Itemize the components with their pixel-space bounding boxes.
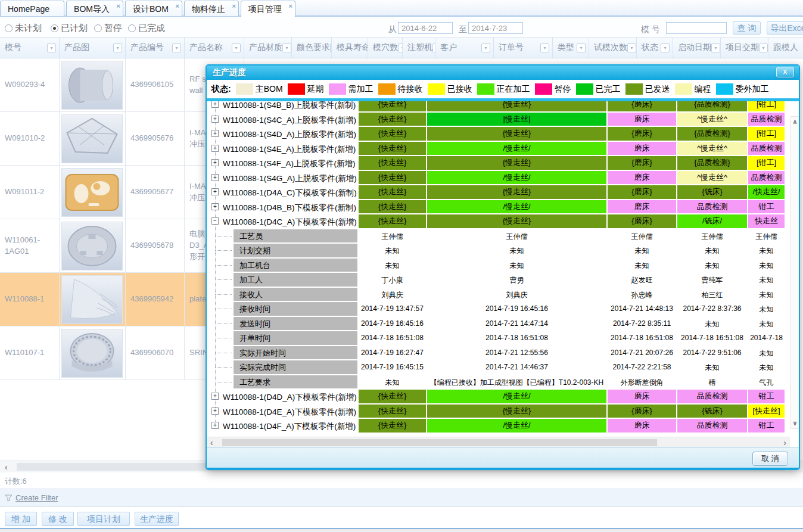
process-tree-row[interactable]: +W110088-1(S4C_A)上脱板零件(新增){快走丝}|慢走丝|磨床^慢…	[207, 113, 799, 127]
radio-暂停[interactable]: 暂停	[94, 23, 122, 34]
column-header-项目交期[interactable]: 项目交期▾	[721, 38, 768, 58]
process-tree-row[interactable]: +W110088-1(D4E_A)下模板零件(新增){快走丝}{慢走丝}{磨床}…	[207, 405, 799, 419]
process-tree-row[interactable]: +W110088-1(D4F_A)下模板零件(新增){快走丝}/慢走丝/磨床品质…	[207, 419, 799, 434]
add-button[interactable]: 增 加	[5, 512, 37, 526]
filter-dropdown-icon[interactable]: ▾	[759, 43, 768, 52]
expand-icon[interactable]: +	[211, 407, 219, 415]
process-status-cell: ^慢走丝^	[677, 113, 747, 126]
tab-项目管理[interactable]: 项目管理×	[241, 1, 295, 17]
tree-connector	[207, 346, 234, 361]
process-tree-row[interactable]: +W110088-1(S4B_B)上脱板零件(新制){快走丝}{慢走丝}{磨床}…	[207, 101, 799, 113]
column-header-颜色要求[interactable]: 颜色要求▾	[292, 38, 332, 58]
expand-icon[interactable]: +	[211, 159, 219, 166]
filter-dropdown-icon[interactable]: ▾	[577, 43, 586, 52]
column-header-产品编号[interactable]: 产品编号▾	[126, 38, 185, 58]
expand-icon[interactable]: +	[211, 188, 219, 195]
radio-dot-icon[interactable]	[94, 24, 102, 32]
process-tree-row[interactable]: +W110088-1(D4D_A)下模板零件(新增){快走丝}/慢走丝/磨床品质…	[207, 390, 799, 405]
date-to-input[interactable]	[468, 22, 523, 34]
process-tree-row[interactable]: +W110088-1(S4E_A)上脱板零件(新增){快走丝}/慢走丝/磨床^慢…	[207, 142, 799, 157]
process-tree-row[interactable]: +W110088-1(S4F_A)上脱板零件(新增){快走丝}{慢走丝}{磨床}…	[207, 156, 799, 171]
expand-icon[interactable]: +	[211, 174, 219, 181]
project-plan-button[interactable]: 项目计划	[77, 512, 130, 526]
scroll-left-icon[interactable]: ‹	[5, 462, 8, 472]
scroll-right-icon[interactable]: ›	[783, 437, 786, 448]
tab-close-icon[interactable]: ×	[232, 2, 235, 10]
radio-label: 已计划	[61, 23, 88, 34]
radio-已计划[interactable]: 已计划	[51, 23, 88, 34]
column-header-产品材质[interactable]: 产品材质▾	[244, 38, 292, 58]
filter-dropdown-icon[interactable]: ▾	[661, 43, 670, 52]
expand-icon[interactable]: +	[211, 393, 219, 400]
column-header-类型[interactable]: 类型▾	[553, 38, 589, 58]
column-header-产品名称[interactable]: 产品名称▾	[185, 38, 244, 58]
column-header-模号[interactable]: 模号▾	[0, 38, 60, 58]
create-filter-link[interactable]: Create Filter	[15, 493, 58, 502]
expand-icon[interactable]: +	[211, 101, 219, 108]
column-header-注塑机[interactable]: 注塑机▾	[403, 38, 435, 58]
dialog-scroll-thumb[interactable]	[222, 439, 657, 446]
column-header-试模次数[interactable]: 试模次数▾	[589, 38, 637, 58]
column-header-跟模人[interactable]: 跟模人	[768, 38, 803, 58]
radio-已完成[interactable]: 已完成	[128, 23, 165, 34]
process-tree-row[interactable]: +W110088-1(S4G_A)上脱板零件(新增){快走丝}/慢走丝/磨床^慢…	[207, 171, 799, 186]
expand-icon[interactable]: +	[211, 203, 219, 210]
filter-dropdown-icon[interactable]: ▾	[47, 43, 56, 52]
modify-button[interactable]: 修 改	[42, 512, 74, 526]
production-progress-button[interactable]: 生产进度	[135, 512, 179, 526]
process-status-cell: /快走丝/	[748, 185, 785, 199]
column-header-模具寿命[interactable]: 模具寿命▾	[332, 38, 368, 58]
process-tree-row[interactable]: −W110088-1(D4C_A)下模板零件(新增){快走丝}{慢走丝}{磨床}…	[207, 214, 799, 229]
process-status-cell: 磨床	[608, 142, 676, 155]
expand-icon[interactable]: +	[211, 130, 219, 137]
column-header-模穴数[interactable]: 模穴数▾	[368, 38, 403, 58]
search-button[interactable]: 查 询	[733, 21, 761, 35]
filter-dropdown-icon[interactable]: ▾	[172, 43, 181, 52]
tab-close-icon[interactable]: ×	[288, 2, 292, 10]
tab-close-icon[interactable]: ×	[175, 2, 179, 10]
column-header-启动日期[interactable]: 启动日期▾	[673, 38, 721, 58]
filter-dropdown-icon[interactable]: ▾	[540, 43, 549, 52]
filter-dropdown-icon[interactable]: ▾	[282, 43, 291, 52]
filter-dropdown-icon[interactable]: ▾	[627, 43, 636, 52]
expand-icon[interactable]: +	[211, 116, 219, 123]
dialog-horizontal-scrollbar[interactable]: ‹ ›	[207, 437, 790, 447]
column-header-状态[interactable]: 状态▾	[637, 38, 673, 58]
export-excel-button[interactable]: 导出Excel	[767, 21, 803, 35]
column-header-label: 颜色要求	[297, 42, 330, 53]
scroll-down-icon[interactable]: ∨	[791, 419, 799, 427]
radio-dot-icon[interactable]	[51, 24, 58, 32]
tab-物料停止[interactable]: 物料停止×	[184, 1, 239, 16]
date-from-input[interactable]	[398, 22, 453, 34]
scroll-up-icon[interactable]: ∧	[791, 118, 799, 126]
cancel-button[interactable]: 取 消	[752, 452, 788, 466]
process-tree-row[interactable]: +W110088-1(D4A_C)下模板零件(新制){快走丝}{慢走丝}{磨床}…	[207, 185, 799, 200]
radio-dot-icon[interactable]	[128, 24, 136, 32]
radio-dot-icon[interactable]	[5, 24, 13, 32]
expand-icon[interactable]: +	[211, 145, 219, 152]
column-header-订单号[interactable]: 订单号▾	[494, 38, 553, 58]
radio-未计划[interactable]: 未计划	[5, 23, 42, 34]
expand-icon[interactable]: +	[211, 422, 219, 429]
process-tree-row[interactable]: +W110088-1(S4D_A)上脱板零件(新增){快走丝}{慢走丝}{磨床}…	[207, 127, 799, 142]
column-header-产品图[interactable]: 产品图▾	[60, 38, 126, 58]
mold-search-input[interactable]	[666, 22, 727, 34]
tab-HomePage[interactable]: HomePage	[0, 1, 64, 16]
tab-close-icon[interactable]: ×	[117, 2, 120, 10]
column-header-label: 产品材质	[249, 42, 282, 53]
collapse-icon[interactable]: −	[211, 217, 219, 225]
close-icon[interactable]: X	[776, 67, 794, 77]
dialog-vertical-scrollbar[interactable]: ∧ ∨	[790, 116, 799, 429]
filter-dropdown-icon[interactable]: ▾	[232, 43, 241, 52]
tab-label: 物料停止	[192, 4, 225, 14]
filter-dropdown-icon[interactable]: ▾	[113, 43, 122, 52]
tab-BOM导入[interactable]: BOM导入×	[66, 1, 123, 16]
scroll-left-icon[interactable]: ‹	[210, 437, 213, 448]
filter-dropdown-icon[interactable]: ▾	[711, 43, 720, 52]
process-tree-row[interactable]: +W110088-1(D4B_B)下模板零件(新制){快走丝}/慢走丝/磨床品质…	[207, 200, 799, 215]
filter-dropdown-icon[interactable]: ▾	[398, 43, 403, 52]
tab-设计BOM[interactable]: 设计BOM×	[125, 1, 182, 16]
filter-dropdown-icon[interactable]: ▾	[481, 43, 490, 52]
process-status-cell: {铣床}	[677, 405, 747, 418]
column-header-客户[interactable]: 客户▾	[435, 38, 494, 58]
